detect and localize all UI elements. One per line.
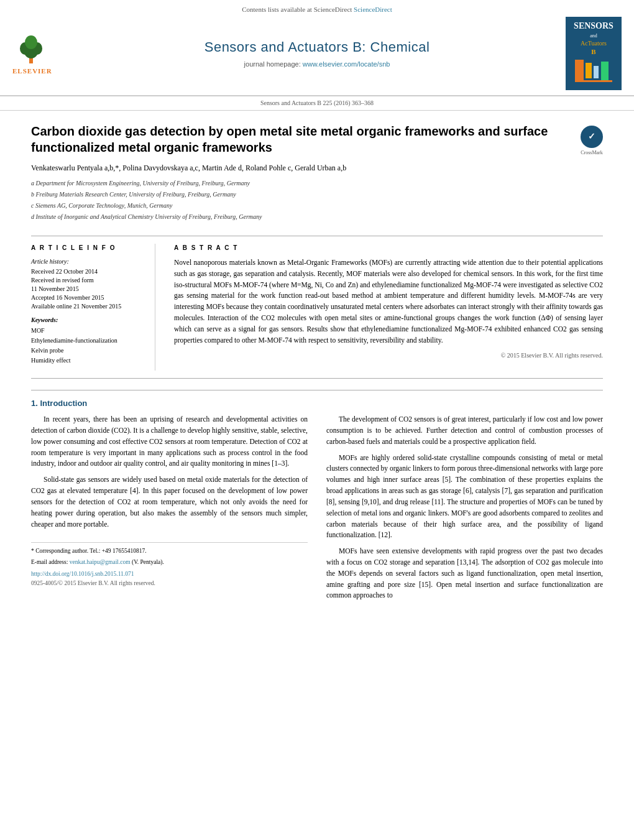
doi-line: http://dx.doi.org/10.1016/j.snb.2015.11.… — [31, 570, 308, 579]
journal-title: Sensors and Actuators B: Chemical — [87, 38, 547, 57]
sensors-text: SENSORS — [574, 21, 613, 30]
footnote-section: * Corresponding author. Tel.: +49 176554… — [31, 542, 308, 588]
keywords-list: MOF Ethylenediamine-functionalization Ke… — [31, 326, 142, 366]
corresponding-footnote: * Corresponding author. Tel.: +49 176554… — [31, 547, 308, 556]
affiliation-c: c Siemens AG, Corporate Technology, Muni… — [31, 201, 603, 211]
body-col-right: The development of CO2 sensors is of gre… — [326, 414, 603, 606]
keyword-3: Kelvin probe — [31, 346, 142, 356]
page: Contents lists available at ScienceDirec… — [0, 0, 634, 612]
intro-para-2: Solid-state gas sensors are widely used … — [31, 474, 308, 530]
authors-text: Venkateswarlu Pentyala a,b,*, Polina Dav… — [31, 164, 346, 172]
crossmark-badge: ✓ CrossMark — [581, 126, 603, 156]
svg-rect-9 — [601, 62, 609, 80]
actuators-text: AcTuators — [571, 39, 617, 47]
crossmark-icon: ✓ — [581, 126, 603, 148]
body-content: 1. Introduction In recent years, there h… — [0, 379, 634, 612]
article-title: Carbon dioxide gas detection by open met… — [31, 123, 603, 155]
intro-para-1: In recent years, there has been an upris… — [31, 414, 308, 469]
sensors-badge: SENSORS and AcTuators B — [566, 17, 622, 90]
intro-para-4: MOFs are highly ordered solid-state crys… — [326, 453, 603, 542]
abstract-text: Novel nanoporous materials known as Meta… — [174, 257, 603, 346]
svg-rect-6 — [575, 60, 584, 81]
sensors-and-text: and — [590, 33, 597, 39]
body-two-col: In recent years, there has been an upris… — [31, 414, 603, 606]
header-main: ELSEVIER Sensors and Actuators B: Chemic… — [12, 17, 622, 90]
journal-title-section: Sensors and Actuators B: Chemical journa… — [87, 38, 547, 69]
received-date: Received 22 October 2014 — [31, 267, 142, 276]
homepage-prefix: journal homepage: — [244, 60, 303, 68]
elsevier-label: ELSEVIER — [12, 67, 52, 76]
body-col-left: In recent years, there has been an upris… — [31, 414, 308, 606]
affiliation-b: b Freiburg Materials Research Center, Un… — [31, 190, 603, 200]
email-label: E-mail address: — [31, 559, 68, 565]
article-title-section: ✓ CrossMark Carbon dioxide gas detection… — [0, 111, 634, 236]
sensors-badge-section: SENSORS and AcTuators B — [547, 17, 622, 90]
article-citation-header: Sensors and Actuators B 225 (2016) 363–3… — [0, 96, 634, 111]
elsevier-logo: ELSEVIER — [12, 31, 52, 76]
intro-para-5: MOFs have seen extensive developments wi… — [326, 546, 603, 601]
issn-line: 0925-4005/© 2015 Elsevier B.V. All right… — [31, 579, 308, 588]
journal-homepage: journal homepage: www.elsevier.com/locat… — [87, 60, 547, 69]
sciencedirect-link[interactable]: ScienceDirect — [354, 6, 392, 13]
intro-para-3: The development of CO2 sensors is of gre… — [326, 414, 603, 447]
elsevier-tree-icon — [12, 31, 50, 65]
article-history-block: Article history: Received 22 October 201… — [31, 257, 142, 311]
journal-header: Contents lists available at ScienceDirec… — [0, 0, 634, 96]
sensors-badge-sensors: SENSORS and — [571, 21, 617, 39]
accepted-date: Accepted 16 November 2015 — [31, 293, 142, 302]
sciencedirect-line: Contents lists available at ScienceDirec… — [12, 5, 622, 14]
affiliation-d: d Institute of Inorganic and Analytical … — [31, 212, 603, 222]
article-info-abstract-section: A R T I C L E I N F O Article history: R… — [31, 236, 603, 379]
abstract-column: A B S T R A C T Novel nanoporous materia… — [174, 244, 603, 371]
keywords-block: Keywords: MOF Ethylenediamine-functional… — [31, 316, 142, 366]
history-label: Article history: — [31, 257, 142, 266]
svg-point-4 — [25, 35, 37, 49]
keyword-4: Humidity effect — [31, 356, 142, 366]
homepage-link[interactable]: www.elsevier.com/locate/snb — [303, 60, 390, 68]
revised-label: Received in revised form — [31, 276, 142, 285]
revised-date: 11 November 2015 — [31, 285, 142, 293]
article-info-label: A R T I C L E I N F O — [31, 244, 142, 252]
keyword-2: Ethylenediamine-functionalization — [31, 336, 142, 346]
svg-rect-8 — [594, 66, 599, 78]
intro-heading: 1. Introduction — [31, 398, 603, 409]
available-date: Available online 21 November 2015 — [31, 302, 142, 311]
sensors-badge-image — [572, 57, 615, 85]
svg-rect-7 — [586, 63, 592, 78]
keywords-label: Keywords: — [31, 316, 142, 325]
b-label: B — [571, 47, 617, 56]
crossmark-label: CrossMark — [581, 149, 603, 156]
copyright-line: © 2015 Elsevier B.V. All rights reserved… — [174, 351, 603, 360]
affiliations: a Department for Microsystem Engineering… — [31, 178, 603, 222]
keyword-1: MOF — [31, 326, 142, 336]
abstract-label: A B S T R A C T — [174, 244, 603, 252]
contents-available-text: Contents lists available at ScienceDirec… — [242, 6, 352, 13]
doi-link[interactable]: http://dx.doi.org/10.1016/j.snb.2015.11.… — [31, 571, 134, 577]
two-col-layout: A R T I C L E I N F O Article history: R… — [31, 236, 603, 378]
affiliation-a: a Department for Microsystem Engineering… — [31, 178, 603, 188]
elsevier-logo-section: ELSEVIER — [12, 31, 87, 76]
email-footnote: E-mail address: venkat.haipu@gmail.com (… — [31, 558, 308, 567]
authors: Venkateswarlu Pentyala a,b,*, Polina Dav… — [31, 163, 603, 173]
email-link[interactable]: venkat.haipu@gmail.com — [70, 559, 131, 565]
svg-rect-10 — [575, 80, 612, 82]
email-name: (V. Pentyala). — [132, 559, 164, 565]
divider — [31, 390, 603, 390]
article-info-column: A R T I C L E I N F O Article history: R… — [31, 244, 155, 371]
